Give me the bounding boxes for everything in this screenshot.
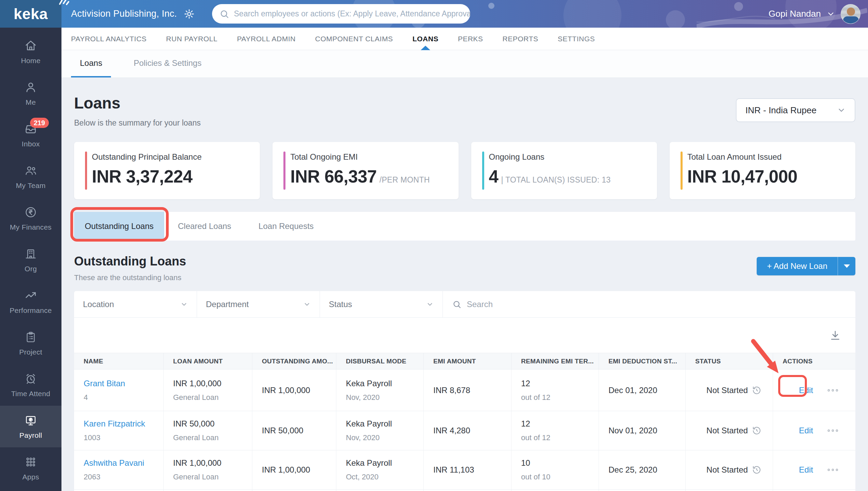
three-dots-icon[interactable] xyxy=(827,388,839,393)
col-remaining-emi-term: REMAINING EMI TER... xyxy=(512,353,599,369)
status-filter[interactable]: Status xyxy=(320,291,443,317)
card-accent-bar xyxy=(482,151,484,190)
remaining-term-total: out of 12 xyxy=(521,433,599,442)
sidebar-item-inbox[interactable]: 219 Inbox xyxy=(0,114,61,156)
card-value: 4 xyxy=(489,167,499,187)
tab-loans[interactable]: LOANS xyxy=(412,28,438,50)
global-search-input[interactable] xyxy=(234,9,470,18)
chevron-down-icon xyxy=(826,10,835,18)
disbursal-mode: Keka Payroll xyxy=(346,458,423,468)
add-new-loan-button[interactable]: + Add New Loan xyxy=(757,257,838,275)
card-accent-bar xyxy=(283,151,285,190)
loan-summary-cards: Outstanding Principal Balance INR 3,37,2… xyxy=(74,142,855,199)
chevron-down-icon xyxy=(837,106,846,115)
sidebar-item-apps[interactable]: Apps xyxy=(0,447,61,489)
sidebar-item-payroll[interactable]: Payroll xyxy=(0,406,61,447)
tab-run-payroll[interactable]: RUN PAYROLL xyxy=(166,28,218,50)
edit-action[interactable]: Edit xyxy=(799,465,813,475)
download-icon[interactable] xyxy=(829,330,841,341)
sidebar-item-time-attend[interactable]: Time Attend xyxy=(0,364,61,406)
subtab-loans[interactable]: Loans xyxy=(71,50,111,77)
page-subtitle: Below is the summary for your loans xyxy=(74,118,201,128)
keka-payroll-loans-screen: keka Activision Publishing, Inc. xyxy=(0,0,868,491)
sidebar-item-label: My Finances xyxy=(10,223,52,231)
table-search-input[interactable] xyxy=(467,300,855,309)
sidebar-item-performance[interactable]: Performance xyxy=(0,281,61,322)
edit-action[interactable]: Edit xyxy=(799,426,813,435)
payroll-monitor-icon xyxy=(24,414,37,427)
tab-reports[interactable]: REPORTS xyxy=(503,28,538,50)
col-disbursal-mode: DISBURSAL MODE xyxy=(336,353,424,369)
edit-action[interactable]: Edit xyxy=(799,386,813,395)
loan-list-tabs: Outstanding Loans Cleared Loans Loan Req… xyxy=(74,212,855,241)
section-subtitle: These are the outstanding loans xyxy=(74,273,186,282)
add-new-loan-dropdown[interactable] xyxy=(838,257,855,275)
table-search[interactable] xyxy=(443,291,855,317)
three-dots-icon[interactable] xyxy=(827,428,839,433)
currency-selector[interactable]: INR - India Rupee xyxy=(736,98,855,122)
tab-perks[interactable]: PERKS xyxy=(458,28,483,50)
card-value: INR 66,337 xyxy=(290,167,377,187)
loans-content: Loans Below is the summary for your loan… xyxy=(61,78,868,491)
home-icon xyxy=(24,39,37,52)
page-title: Loans xyxy=(74,95,201,111)
keka-logo[interactable]: keka xyxy=(0,0,61,28)
avatar[interactable] xyxy=(841,4,860,24)
col-outstanding-amount: OUTSTANDING AMO... xyxy=(252,353,336,369)
col-name: NAME xyxy=(74,353,164,369)
sidebar-item-home[interactable]: Home xyxy=(0,31,61,73)
tab-payroll-admin[interactable]: PAYROLL ADMIN xyxy=(237,28,296,50)
sidebar-item-label: Performance xyxy=(10,306,52,315)
history-icon xyxy=(752,465,761,475)
top-header-bar: keka Activision Publishing, Inc. xyxy=(0,0,868,28)
card-value: INR 10,47,000 xyxy=(687,167,797,187)
card-accent-bar xyxy=(681,151,683,190)
sidebar-item-org[interactable]: Org xyxy=(0,239,61,281)
sidebar-item-my-finances[interactable]: My Finances xyxy=(0,198,61,239)
emi-amount: INR 4,280 xyxy=(433,426,511,435)
card-suffix: /PER MONTH xyxy=(379,175,430,185)
employee-link[interactable]: Karen Fitzpatrick xyxy=(84,419,163,429)
section-header-row: Outstanding Loans These are the outstand… xyxy=(74,254,855,282)
tab-loan-requests[interactable]: Loan Requests xyxy=(245,212,327,241)
sidebar-item-me[interactable]: Me xyxy=(0,73,61,114)
user-menu[interactable]: Gopi Nandan xyxy=(769,0,868,28)
filters-row: Location Department Status xyxy=(74,291,855,318)
decor-bubble xyxy=(666,10,685,29)
sidebar-item-label: Project xyxy=(19,348,42,356)
department-filter[interactable]: Department xyxy=(197,291,320,317)
sidebar-item-label: Org xyxy=(25,265,37,273)
chevron-down-icon xyxy=(303,301,311,308)
sidebar-item-label: Home xyxy=(21,57,40,65)
gear-icon[interactable] xyxy=(184,9,195,19)
sidebar-item-my-team[interactable]: My Team xyxy=(0,156,61,198)
employee-id: 1003 xyxy=(84,433,163,442)
sidebar-item-project[interactable]: Project xyxy=(0,322,61,364)
loan-amount: INR 1,00,000 xyxy=(173,379,252,388)
status-filter-label: Status xyxy=(329,300,352,309)
card-label: Outstanding Principal Balance xyxy=(92,152,260,162)
trending-up-icon xyxy=(24,289,37,302)
card-value: INR 3,37,224 xyxy=(92,167,193,187)
employee-link[interactable]: Ashwitha Pavani xyxy=(84,458,163,468)
deduction-start-date: Dec 01, 2020 xyxy=(608,386,685,395)
loan-type: General Loan xyxy=(173,393,252,402)
card-label: Ongoing Loans xyxy=(489,152,657,162)
col-emi-amount: EMI AMOUNT xyxy=(424,353,512,369)
three-dots-icon[interactable] xyxy=(827,467,839,472)
tab-payroll-analytics[interactable]: PAYROLL ANALYTICS xyxy=(71,28,146,50)
global-search-bar[interactable] xyxy=(212,4,470,24)
location-filter[interactable]: Location xyxy=(74,291,197,317)
person-icon xyxy=(24,81,37,94)
tab-outstanding-loans[interactable]: Outstanding Loans xyxy=(74,212,164,241)
card-ongoing-loans: Ongoing Loans 4 | TOTAL LOAN(S) ISSUED: … xyxy=(471,142,657,199)
building-icon xyxy=(24,247,37,260)
subtab-policies-settings[interactable]: Policies & Settings xyxy=(125,50,210,77)
clipboard-icon xyxy=(24,331,37,344)
tab-cleared-loans[interactable]: Cleared Loans xyxy=(164,212,245,241)
inbox-badge: 219 xyxy=(30,118,49,128)
sidebar-item-label: Inbox xyxy=(22,140,40,148)
table-row: Grant Bitan4 INR 1,00,000General Loan IN… xyxy=(74,370,855,411)
sidebar-item-label: Payroll xyxy=(19,431,42,439)
employee-link[interactable]: Grant Bitan xyxy=(84,379,163,388)
